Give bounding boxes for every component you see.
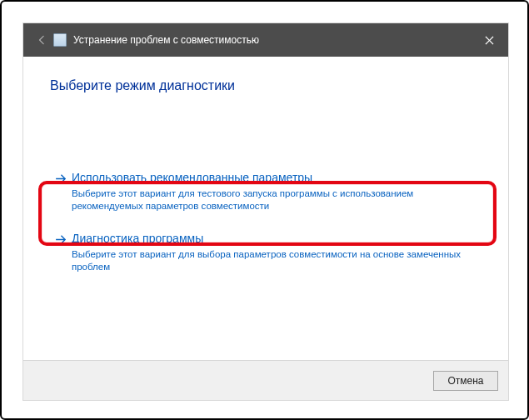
option-description: Выберите этот вариант для выбора парамет…	[72, 248, 478, 273]
arrow-right-icon	[50, 231, 72, 247]
option-title: Использовать рекомендованные параметры	[72, 170, 478, 185]
option-texts: Использовать рекомендованные параметры В…	[72, 170, 478, 212]
window-title: Устранение проблем с совместимостью	[73, 34, 259, 46]
troubleshooter-window: Устранение проблем с совместимостью Выбе…	[23, 23, 508, 400]
option-title: Диагностика программы	[72, 231, 478, 246]
cancel-button[interactable]: Отмена	[433, 371, 498, 391]
option-texts: Диагностика программы Выберите этот вари…	[72, 231, 478, 273]
back-button[interactable]	[32, 34, 53, 46]
close-button[interactable]	[470, 23, 508, 57]
close-icon	[485, 36, 494, 45]
arrow-right-icon	[50, 170, 72, 186]
footer: Отмена	[23, 360, 508, 400]
option-recommended[interactable]: Использовать рекомендованные параметры В…	[47, 162, 485, 222]
app-icon	[53, 33, 67, 47]
content-area: Выберите режим диагностики Использовать …	[23, 57, 508, 360]
back-arrow-icon	[37, 34, 48, 46]
titlebar: Устранение проблем с совместимостью	[23, 23, 508, 57]
option-diagnose[interactable]: Диагностика программы Выберите этот вари…	[47, 222, 485, 283]
page-heading: Выберите режим диагностики	[50, 78, 482, 93]
option-description: Выберите этот вариант для тестового запу…	[72, 188, 478, 212]
